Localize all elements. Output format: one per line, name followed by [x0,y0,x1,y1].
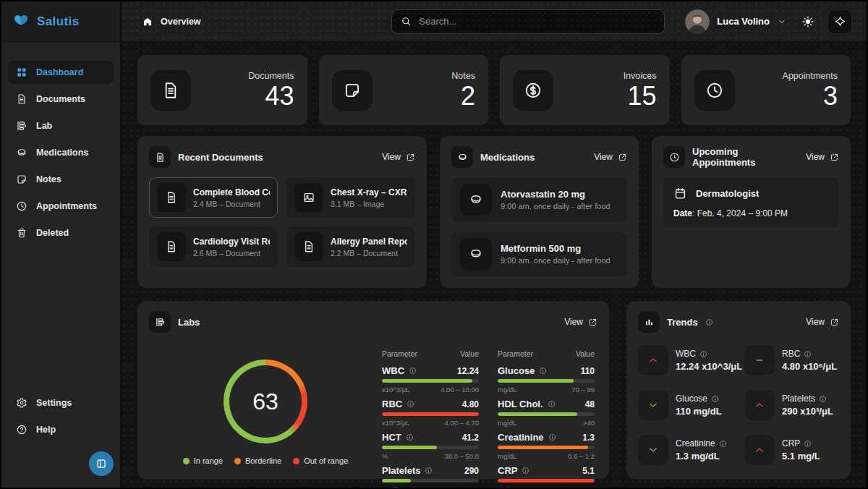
sidebar-item-dashboard[interactable]: Dashboard [8,61,114,84]
clock-icon [705,81,724,100]
card-header: Labs View [149,311,597,333]
sidebar-item-documents[interactable]: Documents [8,88,114,111]
medication-schedule: 9:00 am. once daily - after food [501,256,610,265]
brand-heart-logo-icon [12,12,30,31]
medications-card: Medications View Atorvastatin 20 mg9:00 … [440,136,639,288]
document-icon-box [157,183,186,212]
lab-reference-range: 150 – 400 [448,485,479,488]
view-labs-button[interactable]: View [564,317,597,327]
search-input[interactable] [419,16,655,27]
lab-meta-row: x10^3/μL4.00 – 10.00 [382,386,479,394]
assistant-button[interactable] [827,9,852,34]
sidebar-item-help[interactable]: Help [8,418,114,441]
info-icon [804,440,812,448]
external-link-icon [830,318,839,327]
info-icon [407,400,414,408]
search-bar[interactable] [391,9,665,34]
pill-icon [469,247,483,261]
view-appointments-button[interactable]: View [806,152,839,162]
avatar[interactable] [685,9,710,34]
lab-icon [16,120,27,132]
document-name: Cardiology Visit Report –... [193,237,270,247]
document-icon [161,81,180,100]
lab-parameter-value: 110 [581,366,595,376]
labs-column-header: ParameterValue [498,349,595,358]
info-icon [548,400,556,408]
document-item[interactable]: Cardiology Visit Report –...2.6 MB – Doc… [149,226,278,267]
lab-meta-row: x10³/μL150 – 400 [382,485,479,488]
sidebar-item-notes[interactable]: Notes [8,168,114,191]
legend-item: In range [183,456,223,465]
external-link-icon [830,153,839,162]
lab-meta-row: mg/dL>40 [498,419,595,427]
panel-icon [95,457,108,470]
stat-value: 15 [624,82,657,110]
sidebar-item-medications[interactable]: Medications [8,141,114,164]
card-title: Labs [178,317,200,328]
grid-icon [16,67,27,78]
lab-parameter-name: Glucose [498,365,535,376]
trend-item[interactable]: CRP5.1 mg/L [744,435,839,465]
view-medications-button[interactable]: View [594,152,627,162]
document-item[interactable]: Allergy Panel Report – Ig...2.2 MB – Doc… [286,226,415,267]
brand[interactable]: Salutis [1,1,120,42]
trend-item[interactable]: Platelets290 x10³/μL [744,390,839,420]
view-documents-button[interactable]: View [382,152,415,162]
pill-icon-box [460,184,492,216]
theme-toggle-button[interactable] [797,11,819,33]
external-link-icon [406,153,415,162]
sidebar-item-lab[interactable]: Lab [8,114,114,137]
trend-direction-box [744,435,775,465]
user-menu[interactable]: Luca Volino [685,9,787,34]
chevron-down-icon[interactable] [777,17,787,27]
lab-unit: x10^3/μL [382,419,409,427]
legend-label: Borderline [245,456,281,465]
trend-item[interactable]: RBC4.80 x10⁶/μL [744,345,839,375]
stat-card-invoices[interactable]: Invoices15 [500,55,670,125]
document-text: Chest X-ray – CXR.PNG3.1 MB – Image [331,187,407,208]
lab-bar-fill [498,446,588,449]
stat-label: Invoices [624,71,657,81]
sidebar-item-label: Notes [36,174,61,184]
stat-card-appointments[interactable]: Appointments3 [681,55,851,125]
info-icon [819,395,827,403]
trend-item[interactable]: Glucose110 mg/dL [638,390,733,420]
trend-item[interactable]: Creatinine1.3 mg/dL [638,435,733,465]
stat-card-documents[interactable]: Documents43 [137,55,307,125]
pill-icon [457,152,468,163]
view-trends-button[interactable]: View [806,317,839,327]
medication-item[interactable]: Atorvastatin 20 mg9:00 am. once daily - … [451,177,627,222]
document-icon [165,191,178,204]
document-item[interactable]: Complete Blood Count –...2.4 MB – Docume… [149,177,278,218]
lab-unit: mg/dL [498,452,516,460]
sidebar-item-deleted[interactable]: Deleted [8,221,114,244]
lab-parameter-value: 48 [585,399,595,409]
sidebar-toggle-button[interactable] [89,451,114,476]
sidebar-nav: DashboardDocumentsLabMedicationsNotesApp… [1,42,120,391]
pill-icon-box [460,238,492,270]
stat-card-notes[interactable]: Notes2 [319,55,489,125]
medication-item[interactable]: Metformin 500 mg9:00 am. once daily - af… [451,231,627,276]
lab-parameter-name: RBC [382,399,402,409]
sidebar-item-label: Lab [36,121,52,131]
sidebar-item-appointments[interactable]: Appointments [8,195,114,218]
trend-parameter: RBC [782,349,800,359]
trend-down-icon [647,443,660,456]
appointment-date-value: : Feb. 4, 2024 – 9:00 PM [692,208,788,218]
trends-card: Trends View WBC12.24 x10^3/μLRBC4.80 x10… [626,301,851,479]
user-name[interactable]: Luca Volino [717,16,770,27]
lab-unit: mg/L [498,485,513,488]
sidebar-item-settings[interactable]: Settings [8,391,114,414]
lab-reference-range: 0 – 3 [579,485,595,488]
search-icon [401,16,412,27]
middle-row: Recent Documents View Complete Blood Cou… [137,136,851,288]
lab-name-row: Platelets290 [382,465,479,476]
document-item[interactable]: Chest X-ray – CXR.PNG3.1 MB – Image [286,177,415,218]
value-header: Value [460,349,479,358]
stat-icon-box [332,70,373,111]
appointment-item[interactable]: DermatologistDate: Feb. 4, 2024 – 9:00 P… [663,177,839,228]
breadcrumb[interactable]: Overview [142,16,201,27]
document-meta: 2.6 MB – Document [193,249,270,258]
trend-item[interactable]: WBC12.24 x10^3/μL [638,345,733,375]
sidebar-item-label: Appointments [36,201,97,211]
